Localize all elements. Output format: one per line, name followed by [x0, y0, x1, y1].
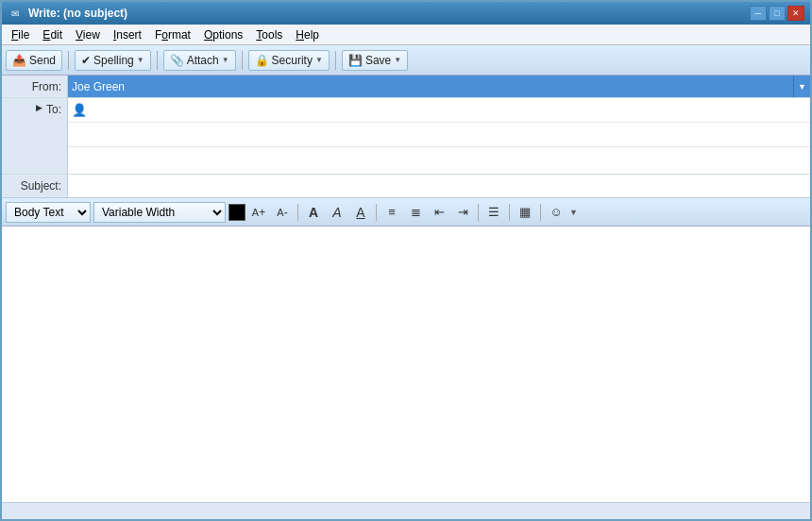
close-button[interactable]: ✕ — [787, 6, 804, 21]
fmt-sep-2 — [376, 204, 377, 221]
to-row: ▶ To: 👤 — [2, 98, 810, 175]
security-button[interactable]: 🔒 Security ▼ — [248, 50, 330, 71]
header-fields: From: Joe Green ▼ ▶ To: 👤 — [2, 76, 810, 198]
to-input[interactable] — [87, 101, 806, 120]
to-row-1: 👤 — [68, 98, 810, 123]
save-button[interactable]: 💾 Save ▼ — [342, 50, 408, 71]
font-italic-button[interactable]: A — [327, 202, 347, 223]
emoji-button[interactable]: ☺ — [546, 202, 567, 223]
menu-edit[interactable]: Edit — [37, 26, 68, 43]
main-window: ✉ Write: (no subject) ─ □ ✕ File Edit Vi… — [0, 0, 812, 521]
send-label: Send — [29, 54, 56, 67]
save-dropdown-arrow[interactable]: ▼ — [394, 56, 401, 64]
toolbar-separator-4 — [335, 51, 336, 70]
to-row-3 — [68, 147, 810, 172]
font-color-box[interactable] — [228, 204, 245, 221]
menu-view[interactable]: View — [70, 26, 106, 43]
style-select[interactable]: Body Text — [6, 202, 91, 223]
font-underline-button[interactable]: A — [350, 202, 371, 223]
from-label: From: — [2, 76, 68, 97]
menu-format[interactable]: Format — [149, 26, 196, 43]
fmt-sep-3 — [478, 204, 479, 221]
maximize-button[interactable]: □ — [769, 6, 786, 21]
format-toolbar: Body Text Variable Width A+ A- A A A ≡ ≣… — [2, 198, 810, 227]
email-body[interactable] — [2, 227, 810, 502]
to-expand-arrow[interactable]: ▶ — [36, 103, 42, 112]
send-icon: 📤 — [12, 54, 26, 67]
menu-options[interactable]: Options — [198, 26, 248, 43]
minimize-button[interactable]: ─ — [750, 6, 767, 21]
security-dropdown-arrow[interactable]: ▼ — [315, 56, 323, 64]
unordered-list-button[interactable]: ≡ — [381, 202, 402, 223]
attach-button[interactable]: 📎 Attach ▼ — [163, 50, 236, 71]
from-value: Joe Green — [68, 76, 793, 97]
to-input-3[interactable] — [72, 150, 806, 169]
attach-icon: 📎 — [170, 54, 184, 67]
attach-dropdown-arrow[interactable]: ▼ — [222, 56, 229, 64]
save-icon: 💾 — [348, 54, 363, 67]
title-bar: ✉ Write: (no subject) ─ □ ✕ — [2, 2, 810, 25]
to-row-2 — [68, 123, 810, 147]
spelling-label: Spelling — [93, 54, 134, 67]
font-normal-button[interactable]: A — [303, 202, 324, 223]
emoji-dropdown-arrow[interactable]: ▼ — [569, 208, 578, 217]
main-toolbar: 📤 Send ✔ Spelling ▼ 📎 Attach ▼ 🔒 Securit… — [2, 45, 810, 76]
subject-input[interactable] — [68, 175, 810, 197]
menu-tools[interactable]: Tools — [250, 26, 288, 43]
indent-button[interactable]: ⇥ — [452, 202, 473, 223]
toolbar-separator-1 — [68, 51, 69, 70]
save-label: Save — [365, 54, 391, 67]
increase-font-size-button[interactable]: A+ — [248, 202, 269, 223]
ordered-list-button[interactable]: ≣ — [405, 202, 426, 223]
status-bar — [2, 502, 810, 519]
app-icon: ✉ — [8, 6, 23, 21]
subject-row: Subject: — [2, 175, 810, 197]
from-row: From: Joe Green ▼ — [2, 76, 810, 98]
more-format-button[interactable]: ▦ — [515, 202, 535, 223]
to-label: ▶ To: — [2, 98, 68, 174]
attach-label: Attach — [187, 54, 219, 67]
outdent-button[interactable]: ⇤ — [429, 202, 449, 223]
security-icon: 🔒 — [255, 54, 269, 67]
menu-insert[interactable]: Insert — [108, 26, 147, 43]
menu-help[interactable]: Help — [290, 26, 325, 43]
spelling-checkmark: ✔ — [81, 54, 91, 67]
menu-file[interactable]: File — [6, 26, 35, 43]
subject-label: Subject: — [2, 175, 68, 197]
align-button[interactable]: ☰ — [483, 202, 504, 223]
toolbar-separator-2 — [157, 51, 158, 70]
font-select[interactable]: Variable Width — [93, 202, 226, 223]
fmt-sep-5 — [540, 204, 541, 221]
decrease-font-size-button[interactable]: A- — [272, 202, 293, 223]
to-contact-icon: 👤 — [72, 103, 87, 117]
to-input-2[interactable] — [72, 126, 806, 144]
spelling-dropdown-arrow[interactable]: ▼ — [137, 56, 144, 64]
fmt-sep-1 — [297, 204, 298, 221]
to-field-area: 👤 — [68, 98, 810, 174]
from-dropdown-arrow[interactable]: ▼ — [793, 76, 810, 97]
send-button[interactable]: 📤 Send — [6, 50, 62, 71]
window-controls: ─ □ ✕ — [750, 6, 804, 21]
fmt-sep-4 — [509, 204, 510, 221]
security-label: Security — [272, 54, 313, 67]
spelling-button[interactable]: ✔ Spelling ▼ — [75, 50, 151, 71]
menu-bar: File Edit View Insert Format Options Too… — [2, 25, 810, 45]
window-title: Write: (no subject) — [28, 7, 127, 20]
toolbar-separator-3 — [242, 51, 243, 70]
